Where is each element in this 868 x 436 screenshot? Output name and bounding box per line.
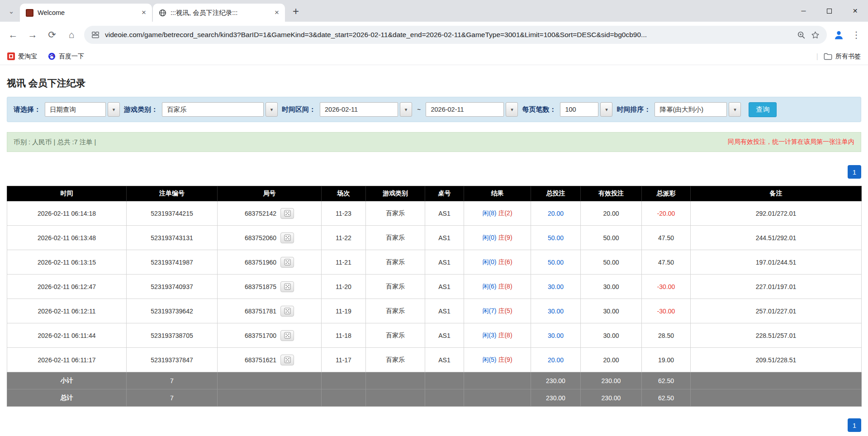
subtotal-valid-bet: 230.00 <box>581 372 642 389</box>
home-button[interactable]: ⌂ <box>65 29 78 40</box>
per-page-dropdown[interactable]: 100 ▾ <box>560 102 612 117</box>
result-player: 闲(6) <box>482 283 496 290</box>
cell-game: 百家乐 <box>366 201 425 226</box>
cell-game: 百家乐 <box>366 250 425 275</box>
notice-text: 同局有效投注，统一计算在该局第一张注单内 <box>728 138 854 146</box>
remark: 209.51/228.51 <box>756 356 797 364</box>
bookmark-baidu[interactable]: 百度一下 <box>48 52 84 61</box>
per-page-value[interactable]: 100 <box>560 102 598 117</box>
date-start-value[interactable]: 2026-02-11 <box>320 102 398 117</box>
round-detail-button[interactable] <box>280 208 294 219</box>
back-button[interactable]: ← <box>6 29 20 40</box>
chevron-down-icon[interactable]: ▾ <box>400 102 412 117</box>
navigation-bar: ← → ⟳ ⌂ videoie.com/game/betrecord_searc… <box>0 22 868 48</box>
game-kind-value[interactable]: 百家乐 <box>162 102 264 117</box>
payout-amount: 28.50 <box>658 332 674 339</box>
bet-records-table: 时间 注单编号 局号 场次 游戏类别 桌号 结果 总投注 有效投注 总派彩 备注… <box>7 186 862 407</box>
total-bet-link[interactable]: 30.00 <box>548 283 564 290</box>
zoom-icon[interactable] <box>797 31 806 39</box>
home-icon: ⌂ <box>69 29 75 40</box>
session-number: 11-19 <box>336 308 351 315</box>
round-detail-button[interactable] <box>280 232 294 243</box>
select-mode-value[interactable]: 日期查询 <box>45 102 106 117</box>
total-bet-link[interactable]: 50.00 <box>548 259 564 266</box>
close-button[interactable]: ✕ <box>842 0 868 22</box>
welcome-tab-favicon-icon <box>26 9 33 17</box>
result-player: 闲(5) <box>482 356 496 363</box>
site-info-icon[interactable] <box>91 31 100 39</box>
browser-menu-icon[interactable]: ⋮ <box>851 29 862 40</box>
table-row: 2026-02-11 06:13:48 523193743131 6837520… <box>7 226 862 250</box>
date-end-picker[interactable]: 2026-02-11 ▾ <box>426 102 518 117</box>
select-mode-dropdown[interactable]: 日期查询 ▾ <box>45 102 120 117</box>
cell-valid-bet: 20.00 <box>581 201 642 226</box>
currency-summary: 币别 : 人民币 | 总共 :7 注单 | <box>14 138 96 147</box>
search-button[interactable]: 查询 <box>749 102 777 117</box>
all-bookmarks-button[interactable]: 所有书签 <box>824 52 861 61</box>
maximize-button[interactable] <box>816 0 842 22</box>
bookmark-taobao[interactable]: 爱淘宝 <box>7 52 37 61</box>
valid-bet: 50.00 <box>603 234 619 242</box>
tab-close-icon[interactable]: × <box>139 8 148 17</box>
tab-title: :::视讯, 会员下注纪录::: <box>171 9 268 17</box>
chevron-down-icon[interactable]: ▾ <box>600 102 612 117</box>
payout-amount: 47.50 <box>658 234 674 242</box>
select-mode-label: 请选择： <box>14 105 41 114</box>
total-bet-link[interactable]: 50.00 <box>548 234 564 242</box>
bookmark-label: 百度一下 <box>59 52 84 61</box>
bet-id: 523193740937 <box>151 283 193 290</box>
tab-betrecord[interactable]: :::视讯, 会员下注纪录::: × <box>153 4 285 22</box>
round-id: 683751700 <box>245 332 276 339</box>
sort-order-value[interactable]: 降幂(由大到小) <box>655 102 727 117</box>
round-detail-button[interactable] <box>280 257 294 268</box>
cell-remark: 227.01/197.01 <box>691 275 862 299</box>
cell-bet-id: 523193738705 <box>127 323 218 348</box>
tab-close-icon[interactable]: × <box>272 8 281 17</box>
url-text: videoie.com/game/betrecord_search/kind3?… <box>105 31 792 39</box>
total-bet-link[interactable]: 30.00 <box>548 308 564 315</box>
forward-button[interactable]: → <box>26 29 39 40</box>
total-bet-link[interactable]: 20.00 <box>548 356 564 364</box>
bookmark-star-icon[interactable] <box>811 31 820 39</box>
cell-payout: -30.00 <box>642 275 691 299</box>
result-banker: 庄(2) <box>498 209 512 217</box>
sort-order-dropdown[interactable]: 降幂(由大到小) ▾ <box>655 102 741 117</box>
table-row: 2026-02-11 06:11:17 523193737847 6837516… <box>7 348 862 372</box>
total-bet-link[interactable]: 30.00 <box>548 332 564 339</box>
tab-welcome[interactable]: Welcome × <box>20 4 152 22</box>
info-bar: 币别 : 人民币 | 总共 :7 注单 | 同局有效投注，统一计算在该局第一张注… <box>7 132 861 152</box>
round-detail-button[interactable] <box>280 306 294 317</box>
game-kind-dropdown[interactable]: 百家乐 ▾ <box>162 102 278 117</box>
column-header-round: 局号 <box>218 186 322 201</box>
new-tab-button[interactable]: + <box>288 3 304 19</box>
chevron-down-icon[interactable]: ▾ <box>506 102 518 117</box>
round-id: 683751960 <box>245 259 276 266</box>
round-detail-button[interactable] <box>280 355 294 365</box>
minimize-button[interactable]: ─ <box>791 0 816 22</box>
chevron-down-icon[interactable]: ▾ <box>266 102 278 117</box>
chevron-down-icon: ⌄ <box>9 7 14 15</box>
chevron-down-icon[interactable]: ▾ <box>729 102 741 117</box>
profile-icon[interactable] <box>833 29 845 41</box>
url-bar[interactable]: videoie.com/game/betrecord_search/kind3?… <box>84 26 827 44</box>
date-end-value[interactable]: 2026-02-11 <box>426 102 504 117</box>
chevron-down-icon[interactable]: ▾ <box>108 102 120 117</box>
tab-search-button[interactable]: ⌄ <box>5 5 18 18</box>
date-start-picker[interactable]: 2026-02-11 ▾ <box>320 102 412 117</box>
table-number: AS1 <box>438 234 450 242</box>
subtotal-label: 小计 <box>7 372 127 389</box>
filter-bar: 请选择： 日期查询 ▾ 游戏类别： 百家乐 ▾ 时间区间： 2026-02-11… <box>7 97 861 122</box>
cell-remark: 257.01/227.01 <box>691 299 862 323</box>
result-banker: 庄(6) <box>498 258 512 265</box>
pagination-page-1[interactable]: 1 <box>848 165 861 179</box>
game-kind: 百家乐 <box>386 283 405 290</box>
round-detail-button[interactable] <box>280 281 294 292</box>
round-detail-button[interactable] <box>280 330 294 341</box>
bet-id: 523193739642 <box>151 308 193 315</box>
pagination-page-1[interactable]: 1 <box>848 418 861 432</box>
reload-button[interactable]: ⟳ <box>45 29 59 40</box>
cell-bet-id: 523193743131 <box>127 226 218 250</box>
cell-payout: 28.50 <box>642 323 691 348</box>
total-bet-link[interactable]: 20.00 <box>548 210 564 217</box>
game-kind-label: 游戏类别： <box>124 105 158 114</box>
